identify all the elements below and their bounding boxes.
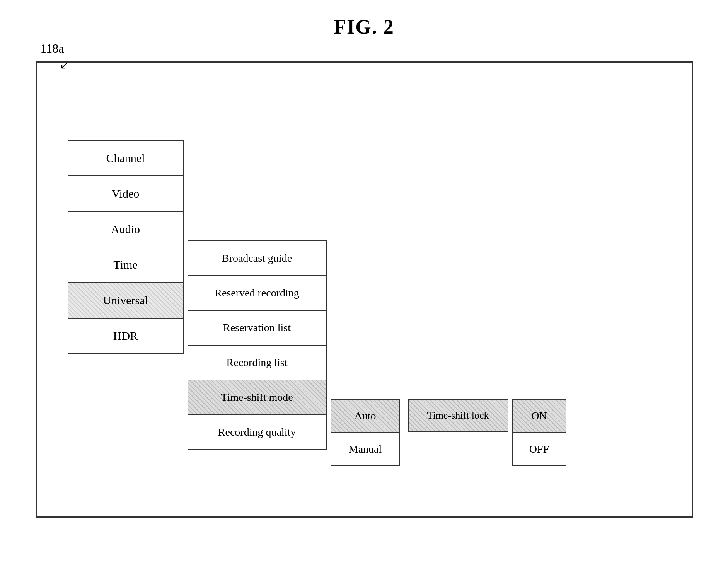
onoff-item-off[interactable]: OFF: [513, 433, 566, 465]
sub-menu-item-broadcast-guide[interactable]: Broadcast guide: [188, 241, 326, 276]
option-item-auto[interactable]: Auto: [331, 400, 399, 433]
sub-menu: Broadcast guideReserved recordingReserva…: [188, 240, 327, 450]
main-menu: ChannelVideoAudioTimeUniversalHDR: [68, 140, 184, 354]
figure-title: FIG. 2: [334, 15, 394, 38]
main-menu-item-time[interactable]: Time: [68, 247, 183, 283]
sub-menu-item-time-shift-mode[interactable]: Time-shift mode: [188, 380, 326, 415]
sub-menu-item-reservation-list[interactable]: Reservation list: [188, 311, 326, 346]
sub-menu-item-recording-list[interactable]: Recording list: [188, 346, 326, 380]
diagram-container: 118a ↙ ChannelVideoAudioTimeUniversalHDR…: [36, 61, 693, 518]
onoff-item-on[interactable]: ON: [513, 400, 566, 433]
timeshift-lock-label: Time-shift lock: [409, 400, 508, 431]
diagram-label: 118a: [41, 41, 64, 56]
sub-menu-item-recording-quality[interactable]: Recording quality: [188, 415, 326, 449]
option-item-manual[interactable]: Manual: [331, 433, 399, 465]
timeshift-lock-column: Time-shift lock: [408, 399, 508, 432]
main-menu-item-channel[interactable]: Channel: [68, 141, 183, 176]
onoff-column: ONOFF: [512, 399, 566, 466]
main-menu-item-video[interactable]: Video: [68, 176, 183, 212]
sub-menu-item-reserved-recording[interactable]: Reserved recording: [188, 276, 326, 311]
options-column: AutoManual: [331, 399, 400, 466]
main-menu-item-universal[interactable]: Universal: [68, 283, 183, 319]
arrow-indicator: ↙: [60, 59, 69, 72]
main-menu-item-hdr[interactable]: HDR: [68, 319, 183, 353]
main-menu-item-audio[interactable]: Audio: [68, 212, 183, 247]
